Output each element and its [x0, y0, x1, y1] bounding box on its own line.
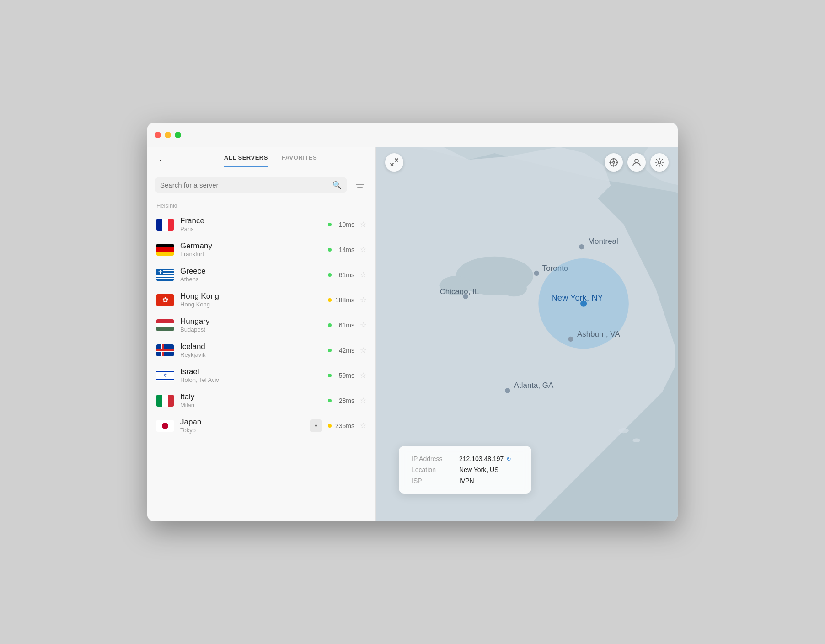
server-item-italy[interactable]: Italy Milan 28ms ☆ — [147, 388, 375, 413]
favorite-button-hungary[interactable]: ☆ — [360, 321, 366, 329]
server-name-hungary: Hungary — [180, 317, 321, 326]
server-name-israel: Israel — [180, 367, 321, 376]
server-info-iceland: Iceland Reykjavik — [180, 342, 321, 358]
search-box[interactable]: 🔍 — [155, 177, 347, 193]
server-info-italy: Italy Milan — [180, 392, 321, 408]
tab-all-servers[interactable]: ALL SERVERS — [224, 154, 268, 167]
favorite-button-japan[interactable]: ☆ — [360, 421, 366, 430]
server-info-germany: Germany Frankfurt — [180, 242, 321, 258]
server-item-iceland[interactable]: Iceland Reykjavik 42ms ☆ — [147, 338, 375, 363]
search-icon: 🔍 — [332, 181, 342, 189]
svg-point-13 — [635, 159, 638, 163]
svg-text:Chicago, IL: Chicago, IL — [440, 287, 479, 296]
server-name-japan: Japan — [180, 418, 303, 427]
server-info-france: France Paris — [180, 216, 321, 232]
tab-favorites[interactable]: FAVORITES — [282, 154, 317, 167]
svg-text:Montreal: Montreal — [588, 237, 618, 246]
server-meta-italy: 28ms ☆ — [328, 396, 366, 405]
server-name-france: France — [180, 216, 321, 225]
location-value: New York, US — [459, 466, 498, 473]
server-item-france[interactable]: France Paris 10ms ☆ — [147, 212, 375, 237]
location-button[interactable] — [605, 153, 623, 172]
server-item-japan[interactable]: Japan Tokyo ▾ 235ms ☆ — [147, 413, 375, 438]
server-city-germany: Frankfurt — [180, 251, 321, 258]
server-name-greece: Greece — [180, 267, 321, 276]
server-city-hongkong: Hong Kong — [180, 301, 321, 308]
favorite-button-france[interactable]: ☆ — [360, 220, 366, 229]
favorite-button-iceland[interactable]: ☆ — [360, 346, 366, 354]
compress-button[interactable] — [385, 153, 403, 172]
ip-address: 212.103.48.197 — [459, 455, 504, 462]
search-area: 🔍 — [147, 168, 375, 198]
filter-button[interactable] — [352, 177, 368, 193]
ping-value-iceland: 42ms — [335, 347, 354, 354]
ping-value-germany: 14ms — [335, 246, 354, 253]
titlebar — [147, 123, 678, 147]
ping-value-italy: 28ms — [335, 397, 354, 404]
svg-point-8 — [613, 161, 615, 163]
server-info-hongkong: Hong Kong Hong Kong — [180, 292, 321, 308]
location-icon — [609, 158, 618, 167]
close-button[interactable] — [155, 132, 161, 138]
back-icon: ← — [158, 156, 166, 165]
svg-point-21 — [618, 428, 629, 433]
info-row-location: Location New York, US — [412, 466, 519, 473]
server-item-germany[interactable]: Germany Frankfurt 14ms ☆ — [147, 237, 375, 262]
svg-point-32 — [568, 337, 573, 342]
server-item-hungary[interactable]: Hungary Budapest 61ms ☆ — [147, 312, 375, 338]
flag-japan — [156, 420, 174, 432]
server-meta-hongkong: 188ms ☆ — [328, 295, 366, 304]
svg-text:Ashburn, VA: Ashburn, VA — [577, 330, 620, 338]
server-name-iceland: Iceland — [180, 342, 321, 351]
info-row-ip: IP Address 212.103.48.197 ↻ — [412, 455, 519, 462]
minimize-button[interactable] — [165, 132, 171, 138]
ping-dot-hungary — [328, 323, 332, 327]
refresh-icon[interactable]: ↻ — [506, 456, 511, 462]
server-meta-hungary: 61ms ☆ — [328, 321, 366, 329]
server-item-hongkong[interactable]: ✿ Hong Kong Hong Kong 188ms ☆ — [147, 287, 375, 312]
ip-label: IP Address — [412, 455, 448, 462]
favorite-button-italy[interactable]: ☆ — [360, 396, 366, 405]
traffic-lights — [155, 132, 181, 138]
server-city-israel: Holon, Tel Aviv — [180, 376, 321, 383]
ping-dot-italy — [328, 399, 332, 402]
expand-button-japan[interactable]: ▾ — [310, 419, 322, 432]
compress-icon — [390, 158, 398, 166]
ping-dot-iceland — [328, 349, 332, 352]
server-meta-israel: 59ms ☆ — [328, 371, 366, 380]
svg-text:New York, NY: New York, NY — [552, 293, 603, 302]
nav-header: ← ALL SERVERS FAVORITES — [147, 147, 375, 168]
back-button[interactable]: ← — [155, 153, 169, 168]
flag-greece: ✛ — [156, 269, 174, 281]
search-input[interactable] — [160, 181, 329, 189]
map-right-buttons — [605, 153, 669, 172]
right-panel: Montreal Toronto Chicago, IL New York, N… — [376, 123, 678, 521]
server-city-hungary: Budapest — [180, 326, 321, 333]
settings-button[interactable] — [650, 153, 669, 172]
user-button[interactable] — [627, 153, 646, 172]
section-label: Helsinki — [147, 198, 375, 212]
server-item-israel[interactable]: ✡ Israel Holon, Tel Aviv 59ms ☆ — [147, 363, 375, 388]
settings-icon — [655, 158, 664, 167]
ping-value-japan: 235ms — [335, 422, 354, 429]
ping-value-hongkong: 188ms — [335, 296, 354, 304]
server-info-greece: Greece Athens — [180, 267, 321, 283]
flag-france — [156, 219, 174, 231]
ping-dot-japan — [328, 424, 332, 428]
favorite-button-germany[interactable]: ☆ — [360, 245, 366, 254]
search-row: 🔍 — [155, 177, 368, 193]
maximize-button[interactable] — [175, 132, 181, 138]
svg-point-34 — [505, 388, 510, 393]
server-info-israel: Israel Holon, Tel Aviv — [180, 367, 321, 383]
location-label: Location — [412, 466, 448, 473]
svg-point-18 — [501, 281, 527, 296]
server-meta-germany: 14ms ☆ — [328, 245, 366, 254]
server-item-greece[interactable]: ✛ Greece Athens 61ms ☆ — [147, 262, 375, 287]
favorite-button-greece[interactable]: ☆ — [360, 270, 366, 279]
favorite-button-israel[interactable]: ☆ — [360, 371, 366, 380]
svg-point-22 — [632, 438, 640, 442]
ping-value-greece: 61ms — [335, 271, 354, 279]
app-window: ← ALL SERVERS FAVORITES 🔍 — [147, 123, 678, 521]
svg-text:Atlanta, GA: Atlanta, GA — [514, 381, 554, 390]
favorite-button-hongkong[interactable]: ☆ — [360, 295, 366, 304]
